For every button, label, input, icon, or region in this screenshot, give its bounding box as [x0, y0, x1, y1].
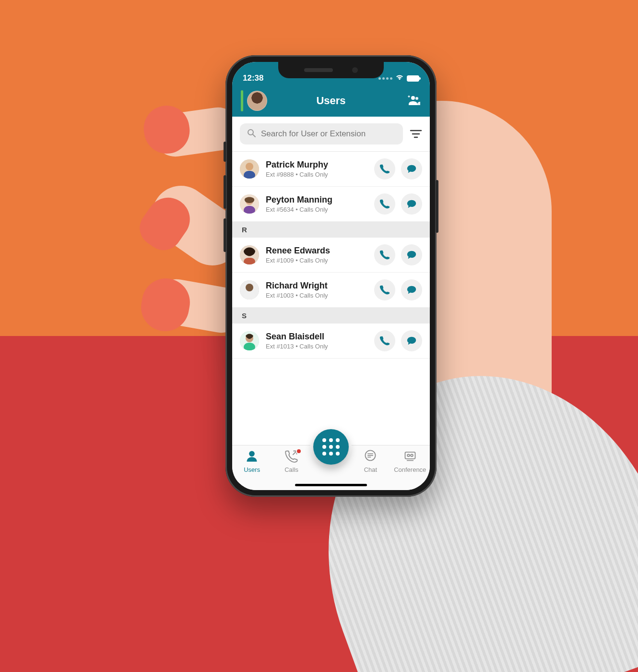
- svg-rect-9: [244, 171, 255, 179]
- app-header: Users: [232, 85, 430, 117]
- user-name: Richard Wright: [266, 281, 367, 291]
- user-name: Sean Blaisdell: [266, 332, 367, 342]
- presence-indicator: [241, 90, 243, 111]
- user-row[interactable]: Peyton Manning Ext #5634 • Calls Only: [232, 187, 430, 222]
- chat-button[interactable]: [401, 330, 422, 351]
- phone-notch: [278, 62, 384, 78]
- tab-label: Chat: [364, 466, 377, 473]
- chat-icon: [364, 449, 377, 464]
- notification-badge: [296, 448, 302, 454]
- user-list[interactable]: Patrick Murphy Ext #9888 • Calls Only Pe…: [232, 152, 430, 359]
- call-button[interactable]: [374, 330, 395, 351]
- svg-point-22: [249, 451, 255, 457]
- search-icon: [247, 128, 256, 140]
- chat-button[interactable]: [401, 193, 422, 215]
- svg-rect-12: [244, 206, 255, 214]
- cellular-icon: [378, 77, 392, 80]
- user-row[interactable]: Patrick Murphy Ext #9888 • Calls Only: [232, 152, 430, 187]
- avatar: [240, 280, 259, 300]
- call-button[interactable]: [374, 244, 395, 265]
- svg-rect-24: [405, 452, 415, 459]
- filter-icon[interactable]: [410, 129, 422, 139]
- phone-screen: 12:38 Users: [232, 62, 430, 490]
- avatar: [240, 194, 259, 214]
- svg-rect-18: [244, 292, 255, 300]
- svg-point-25: [407, 455, 410, 457]
- user-meta: Ext #1013 • Calls Only: [266, 343, 367, 350]
- avatar: [240, 159, 259, 179]
- user-name: Patrick Murphy: [266, 160, 367, 170]
- status-time: 12:38: [243, 73, 263, 83]
- user-meta: Ext #5634 • Calls Only: [266, 206, 367, 213]
- tab-users[interactable]: Users: [235, 449, 269, 473]
- user-icon: [245, 449, 259, 464]
- section-header: S: [232, 308, 430, 324]
- user-meta: Ext #1009 • Calls Only: [266, 257, 367, 264]
- call-button[interactable]: [374, 158, 395, 180]
- search-input[interactable]: [261, 129, 396, 139]
- svg-point-17: [246, 284, 253, 291]
- call-button[interactable]: [374, 279, 395, 300]
- tab-label: Calls: [284, 466, 298, 473]
- call-button[interactable]: [374, 193, 395, 215]
- tab-chat[interactable]: Chat: [354, 449, 387, 473]
- avatar: [240, 331, 259, 350]
- power-button: [436, 180, 438, 233]
- battery-icon: [407, 75, 419, 82]
- svg-point-1: [415, 97, 418, 100]
- dialpad-button[interactable]: [313, 429, 349, 465]
- svg-line-3: [253, 134, 255, 137]
- chat-button[interactable]: [401, 244, 422, 265]
- user-row[interactable]: Richard Wright Ext #1003 • Calls Only: [232, 273, 430, 308]
- tab-label: Users: [244, 466, 260, 473]
- volume-down-button: [224, 218, 226, 252]
- phone-frame: 12:38 Users: [225, 55, 437, 497]
- user-name: Peyton Manning: [266, 195, 367, 205]
- user-row[interactable]: Renee Edwards Ext #1009 • Calls Only: [232, 238, 430, 273]
- add-group-icon[interactable]: [407, 95, 421, 107]
- user-name: Renee Edwards: [266, 246, 367, 256]
- tab-conference[interactable]: Conference: [393, 449, 427, 473]
- search-field[interactable]: [240, 123, 403, 144]
- svg-point-26: [411, 455, 413, 457]
- user-row[interactable]: Sean Blaisdell Ext #1013 • Calls Only: [232, 324, 430, 359]
- chat-button[interactable]: [401, 279, 422, 300]
- conference-icon: [403, 449, 417, 464]
- section-header: R: [232, 222, 430, 238]
- tab-label: Conference: [394, 466, 426, 473]
- user-meta: Ext #9888 • Calls Only: [266, 171, 367, 178]
- search-row: [232, 117, 430, 152]
- svg-rect-21: [244, 343, 255, 350]
- user-meta: Ext #1003 • Calls Only: [266, 292, 367, 299]
- wifi-icon: [395, 73, 404, 83]
- home-indicator[interactable]: [295, 484, 367, 486]
- volume-up-button: [224, 175, 226, 209]
- avatar: [240, 245, 259, 264]
- tab-bar: Users Calls . Chat Conference: [232, 445, 430, 490]
- mute-switch: [224, 142, 226, 162]
- tab-calls[interactable]: Calls: [275, 449, 308, 473]
- svg-point-8: [246, 163, 253, 170]
- svg-point-0: [411, 96, 415, 100]
- chat-button[interactable]: [401, 158, 422, 180]
- svg-rect-15: [244, 258, 255, 264]
- dialpad-icon: [322, 438, 340, 456]
- my-avatar[interactable]: [247, 91, 267, 111]
